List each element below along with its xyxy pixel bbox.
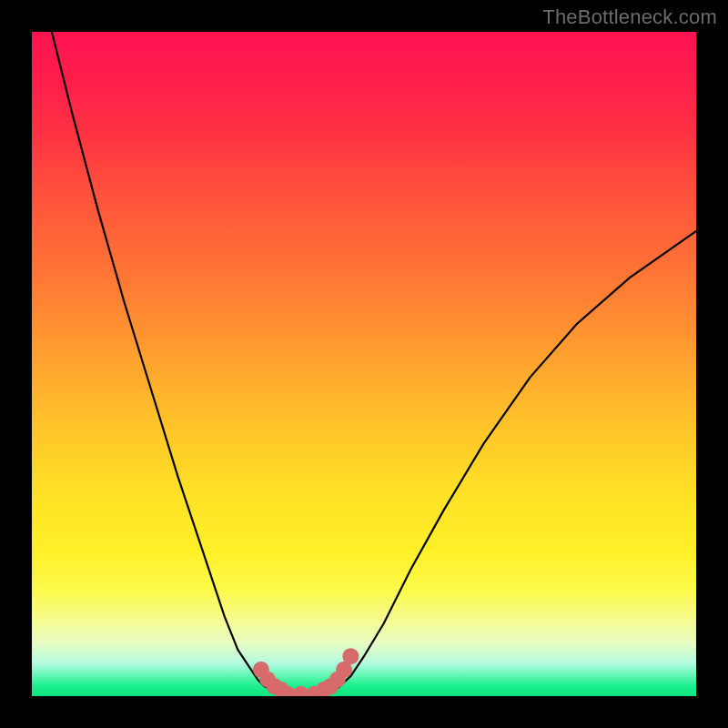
right-curve [331, 231, 697, 692]
valley-dot [342, 648, 359, 664]
chart-svg [32, 32, 696, 696]
valley-dots-group [253, 648, 359, 696]
chart-canvas [32, 32, 696, 696]
watermark-text: TheBottleneck.com [542, 5, 717, 29]
left-curve [52, 32, 278, 692]
